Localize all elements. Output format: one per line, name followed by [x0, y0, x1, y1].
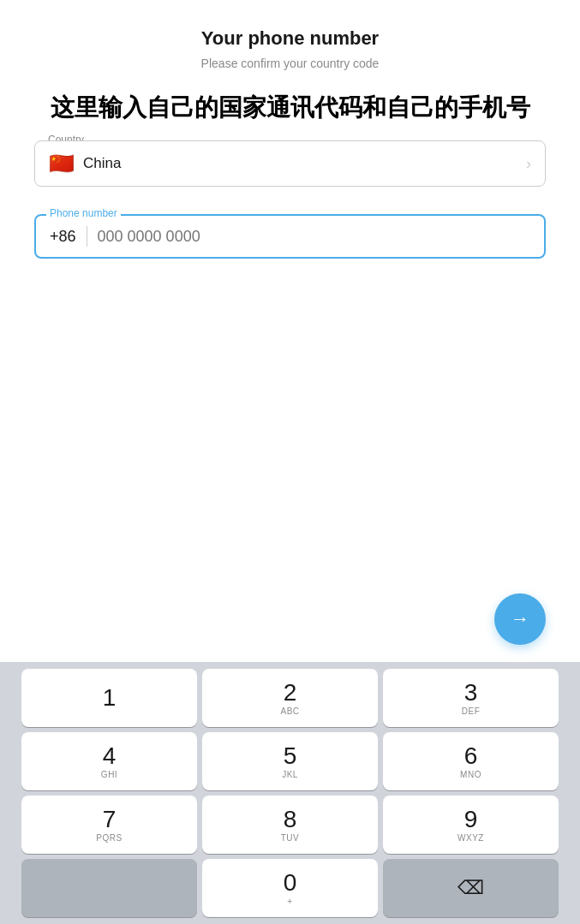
key-delete[interactable]: ⌫	[383, 859, 559, 917]
key-0-letters: +	[287, 897, 292, 906]
key-7-number: 7	[103, 807, 117, 833]
phone-input[interactable]	[98, 228, 530, 246]
phone-section: Phone number +86	[0, 200, 580, 272]
divider-vertical	[87, 226, 87, 247]
country-code: +86	[50, 228, 76, 246]
key-5[interactable]: 5 JKL	[202, 732, 378, 790]
country-left: 🇨🇳 China	[49, 153, 121, 174]
key-9-letters: WXYZ	[457, 833, 484, 843]
delete-icon: ⌫	[457, 877, 484, 899]
key-5-number: 5	[284, 743, 297, 770]
country-selector-wrapper: Country 🇨🇳 China ›	[34, 140, 546, 187]
country-flag: 🇨🇳	[49, 153, 75, 174]
key-3[interactable]: 3 DEF	[383, 669, 559, 727]
next-arrow-icon: →	[511, 610, 529, 629]
phone-field-wrapper: Phone number +86	[34, 214, 546, 259]
key-2-letters: ABC	[280, 706, 299, 716]
key-8-letters: TUV	[281, 833, 300, 843]
key-1-number: 1	[103, 685, 117, 712]
keyboard-row-3: 7 PQRS 8 TUV 9 WXYZ	[3, 796, 577, 854]
chevron-right-icon: ›	[526, 155, 531, 173]
key-8[interactable]: 8 TUV	[202, 796, 378, 854]
key-8-number: 8	[284, 807, 297, 833]
key-0-number: 0	[284, 870, 297, 897]
country-section: Country 🇨🇳 China ›	[0, 140, 580, 200]
page-container: Your phone number Please confirm your co…	[0, 0, 580, 924]
key-7[interactable]: 7 PQRS	[21, 796, 197, 854]
country-name: China	[83, 155, 121, 172]
key-2-number: 2	[284, 680, 297, 706]
keyboard-row-2: 4 GHI 5 JKL 6 MNO	[3, 732, 577, 790]
page-subtitle: Please confirm your country code	[34, 57, 546, 70]
key-4-letters: GHI	[101, 770, 117, 779]
country-selector[interactable]: 🇨🇳 China ›	[34, 140, 546, 187]
key-empty	[21, 859, 197, 917]
key-3-number: 3	[464, 680, 478, 706]
annotation-text: 这里输入自己的国家通讯代码和自己的手机号	[0, 84, 580, 132]
key-5-letters: JKL	[282, 770, 298, 779]
next-button-container: →	[0, 593, 580, 662]
key-6-letters: MNO	[460, 770, 481, 779]
keyboard: 1 2 ABC 3 DEF 4 GHI 5 JKL 6 MNO	[0, 662, 580, 924]
keyboard-row-1: 1 2 ABC 3 DEF	[3, 669, 577, 727]
spacer	[0, 272, 580, 593]
key-6-number: 6	[464, 743, 478, 770]
header-section: Your phone number Please confirm your co…	[0, 0, 580, 84]
key-1[interactable]: 1	[21, 669, 197, 727]
key-9[interactable]: 9 WXYZ	[383, 796, 559, 854]
key-7-letters: PQRS	[96, 833, 122, 843]
keyboard-row-4: 0 + ⌫	[3, 859, 577, 917]
key-6[interactable]: 6 MNO	[383, 732, 559, 790]
key-4[interactable]: 4 GHI	[21, 732, 197, 790]
phone-label: Phone number	[46, 207, 121, 219]
key-9-number: 9	[464, 807, 478, 833]
key-2[interactable]: 2 ABC	[202, 669, 378, 727]
page-title: Your phone number	[34, 27, 546, 50]
key-0[interactable]: 0 +	[202, 859, 378, 917]
key-4-number: 4	[103, 743, 117, 770]
next-button[interactable]: →	[494, 593, 546, 645]
key-3-letters: DEF	[462, 706, 481, 716]
